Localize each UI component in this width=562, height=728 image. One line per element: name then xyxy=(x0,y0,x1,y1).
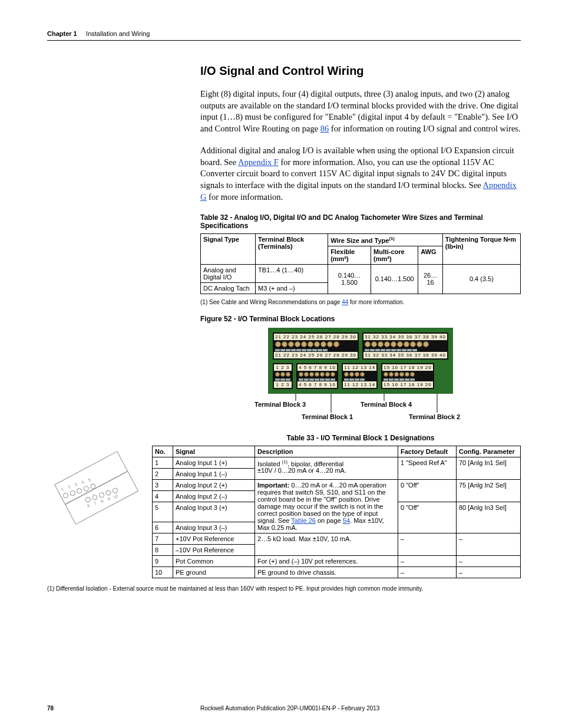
t33-fd9: – xyxy=(398,555,457,566)
t33-cp9: – xyxy=(457,555,521,566)
t32-r1-tb: TB1…4 (1…40) xyxy=(256,264,328,282)
t32-h-flex: Flexible (mm²) xyxy=(328,246,371,264)
t32-h-signal: Signal Type xyxy=(201,234,256,265)
figure-52: 21 22 23 24 25 26 27 28 29 30 21 22 23 2… xyxy=(200,328,521,423)
t33-r8-no: 8 xyxy=(153,544,173,555)
t33-fd10: – xyxy=(398,566,457,578)
table32-caption: Table 32 - Analog I/O, Digital I/O and D… xyxy=(200,213,521,230)
t33-r9-sig: Pot Common xyxy=(173,555,255,566)
tb2b-top: 15 16 17 18 19 20 xyxy=(382,364,433,371)
table33-footnote: (1) Differential Isolation - External so… xyxy=(47,585,521,592)
t33-h-desc: Description xyxy=(255,446,398,457)
tb1a-bot: 1 2 3 xyxy=(274,381,292,388)
lbl-tb1: Terminal Block 1 xyxy=(302,413,353,420)
t32-r2-signal: DC Analog Tach xyxy=(201,282,256,294)
t33-desc9: For (+) and (–) 10V pot references. xyxy=(255,555,398,566)
svg-text:5: 5 xyxy=(88,477,92,482)
t32-h-wire: Wire Size and Type(1) xyxy=(328,234,443,246)
t33-r7-sig: +10V Pot Reference xyxy=(173,533,255,544)
t32-multi: 0.140…1.500 xyxy=(371,264,418,294)
t33-r7-no: 7 xyxy=(153,533,173,544)
figure52-caption: Figure 52 - I/O Terminal Block Locations xyxy=(200,315,521,323)
t33-r2-no: 2 xyxy=(153,468,173,479)
tb2a-top: 11 12 13 14 xyxy=(343,364,376,371)
t32-torque: 0.4 (3.5) xyxy=(442,264,520,294)
table32-footnote: (1) See Cable and Wiring Recommendations… xyxy=(200,299,521,305)
table-32: Signal Type Terminal Block (Terminals) W… xyxy=(200,233,521,294)
t33-r8-sig: –10V Pot Reference xyxy=(173,544,255,555)
t33-r6-sig: Analog Input 3 (–) xyxy=(173,522,255,533)
link-appendix-f[interactable]: Appendix F xyxy=(238,157,279,167)
paragraph-2: Additional digital and analog I/O is ava… xyxy=(200,145,521,203)
page-number: 78 xyxy=(47,705,200,711)
page-header: Chapter 1 Installation and Wiring xyxy=(47,29,521,41)
svg-point-22 xyxy=(92,494,98,500)
t33-desc78: 2…5 kΩ load. Max ±10V, 10 mA. xyxy=(255,533,398,555)
tb1a-top: 1 2 3 xyxy=(274,364,292,371)
t33-r5-sig: Analog Input 3 (+) xyxy=(173,502,255,522)
svg-text:4: 4 xyxy=(81,480,85,485)
link-table-26[interactable]: Table 26 xyxy=(291,517,316,524)
paragraph-1: Eight (8) digital inputs, four (4) digit… xyxy=(200,88,521,134)
tb1b-top: 4 5 6 7 8 9 10 xyxy=(297,364,337,371)
svg-text:1: 1 xyxy=(60,486,64,491)
svg-text:8: 8 xyxy=(100,499,104,503)
tb2b-bot: 15 16 17 18 19 20 xyxy=(382,381,433,388)
section-heading: I/O Signal and Control Wiring xyxy=(200,64,521,78)
t32-h-multi: Multi-core (mm²) xyxy=(371,246,418,264)
svg-point-21 xyxy=(85,496,91,503)
t33-h-no: No. xyxy=(153,446,173,457)
t33-cp10: – xyxy=(457,566,521,578)
link-page-86[interactable]: 86 xyxy=(320,124,329,133)
t33-h-cp: Config. Parameter xyxy=(457,446,521,457)
t33-h-signal: Signal xyxy=(173,446,255,457)
t32-flex: 0.140…1.500 xyxy=(328,264,371,294)
t32-h-awg: AWG xyxy=(418,246,443,264)
t32-h-tb: Terminal Block (Terminals) xyxy=(256,234,328,265)
lbl-tb4: Terminal Block 4 xyxy=(361,401,412,408)
tb4-top-nums: 31 32 33 34 35 36 37 38 39 40 xyxy=(363,334,447,340)
t33-r5-no: 5 xyxy=(153,502,173,522)
t32-r2-tb: M3 (+ and –) xyxy=(256,282,328,294)
t33-cp5: 80 [Anlg In3 Sel] xyxy=(457,502,521,533)
t33-cp3: 75 [Anlg In2 Sel] xyxy=(457,479,521,502)
link-page-54[interactable]: 54 xyxy=(343,517,350,524)
t33-fd3: 0 "Off" xyxy=(398,479,457,502)
header-title: Installation and Wiring xyxy=(86,30,150,37)
t33-r1-no: 1 xyxy=(153,457,173,468)
table33-caption: Table 33 - I/O Terminal Block 1 Designat… xyxy=(200,434,521,442)
t33-cp78: – xyxy=(457,533,521,555)
p1-text-b: for information on routing I/O signal an… xyxy=(329,124,520,133)
lbl-tb2: Terminal Block 2 xyxy=(409,413,460,420)
svg-text:6: 6 xyxy=(87,503,91,508)
t33-r9-no: 9 xyxy=(153,555,173,566)
t33-fd1: 1 "Speed Ref A" xyxy=(398,457,457,479)
publication-info: Rockwell Automation Publication 20P-UM00… xyxy=(200,705,521,711)
pcb-image: 21 22 23 24 25 26 27 28 29 30 21 22 23 2… xyxy=(268,328,453,394)
t33-r10-sig: PE ground xyxy=(173,566,255,578)
svg-point-25 xyxy=(112,487,118,493)
t33-fd78: – xyxy=(398,533,457,555)
svg-text:10: 10 xyxy=(113,493,118,499)
t33-r3-sig: Analog Input 2 (+) xyxy=(173,479,255,490)
tb3-top-nums: 21 22 23 24 25 26 27 28 29 30 xyxy=(274,334,358,340)
t33-desc10: PE ground to drive chassis. xyxy=(255,566,398,578)
t33-h-fd: Factory Default xyxy=(398,446,457,457)
t33-r4-no: 4 xyxy=(153,490,173,502)
t33-desc12: Isolated (1), bipolar, differential ±10V… xyxy=(255,457,398,479)
terminal-block-diagram: 12345 678910 xyxy=(47,446,146,546)
t32-h-tight: Tightening Torque N•m (lb•in) xyxy=(442,234,520,265)
t33-desc36: Important: 0…20 mA or 4…20 mA operation … xyxy=(255,479,398,533)
tb1b-bot: 4 5 6 7 8 9 10 xyxy=(297,381,337,388)
page-footer: 78 Rockwell Automation Publication 20P-U… xyxy=(47,705,521,711)
tb4-bot-nums: 31 32 33 34 35 36 37 38 39 40 xyxy=(363,352,447,358)
t32-awg: 26…16 xyxy=(418,264,443,294)
svg-point-24 xyxy=(105,489,112,496)
tb2a-bot: 11 12 13 14 xyxy=(343,381,376,388)
t33-r1-sig: Analog Input 1 (+) xyxy=(173,457,255,468)
svg-point-18 xyxy=(76,487,82,494)
table-33: No. Signal Description Factory Default C… xyxy=(152,446,521,578)
t33-r2-sig: Analog Input 1 (–) xyxy=(173,468,255,479)
link-page-44[interactable]: 44 xyxy=(342,299,348,305)
t33-r4-sig: Analog Input 2 (–) xyxy=(173,490,255,502)
